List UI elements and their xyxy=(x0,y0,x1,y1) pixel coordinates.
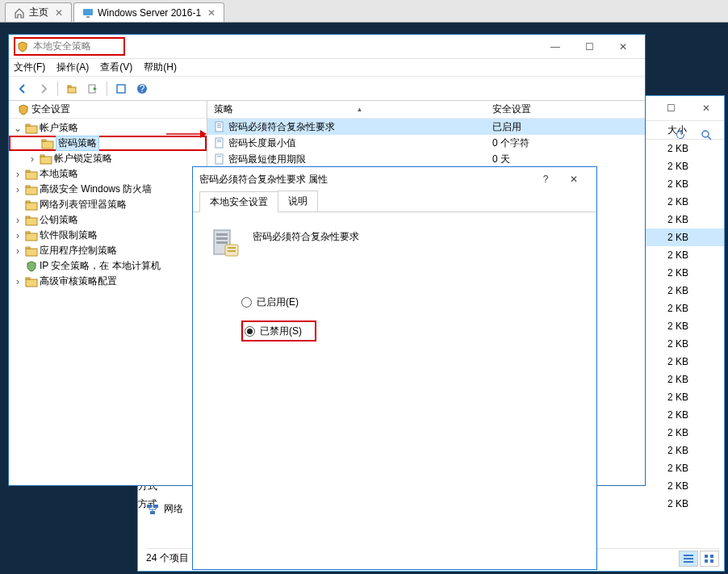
expand-icon[interactable]: › xyxy=(27,153,38,165)
svg-rect-53 xyxy=(216,241,228,244)
back-button[interactable] xyxy=(14,80,31,98)
menu-help[interactable]: 帮助(H) xyxy=(144,61,177,74)
menu-view[interactable]: 查看(V) xyxy=(100,61,132,74)
secpol-toolbar: ? xyxy=(9,77,645,101)
radio-enabled[interactable]: 已启用(E) xyxy=(241,291,579,312)
tree-pubkey[interactable]: › 公钥策略 xyxy=(9,212,207,228)
search-icon[interactable] xyxy=(695,125,718,145)
tree-label: 帐户策略 xyxy=(40,121,78,135)
export-button[interactable] xyxy=(84,80,102,98)
radio-disabled[interactable]: 已禁用(S) xyxy=(241,321,316,341)
svg-rect-6 xyxy=(684,558,693,559)
policy-icon xyxy=(214,121,225,132)
tree-account-policies[interactable]: ⌄ 帐户策略 xyxy=(9,120,207,136)
menu-action[interactable]: 操作(A) xyxy=(56,61,89,74)
column-policy[interactable]: 策略▲ xyxy=(207,103,486,116)
tree-softrestrict[interactable]: › 软件限制策略 xyxy=(9,228,207,243)
explorer-nav-network[interactable]: 网络 xyxy=(146,502,183,516)
policy-row[interactable]: 密码必须符合复杂性要求 已启用 xyxy=(207,119,645,135)
svg-text:?: ? xyxy=(140,83,145,94)
svg-rect-8 xyxy=(705,555,708,558)
column-setting[interactable]: 安全设置 xyxy=(486,103,531,116)
folder-icon xyxy=(25,169,38,180)
policy-row[interactable]: 密码长度最小值 0 个字符 xyxy=(207,135,645,151)
expand-icon[interactable]: › xyxy=(12,215,23,226)
tree-label: 软件限制策略 xyxy=(40,228,98,242)
expand-icon[interactable]: › xyxy=(12,169,23,180)
svg-rect-25 xyxy=(40,155,44,157)
svg-rect-7 xyxy=(684,561,693,563)
file-size: 2 KB xyxy=(663,321,724,332)
svg-rect-28 xyxy=(26,187,37,195)
svg-line-1 xyxy=(708,136,711,140)
folder-icon xyxy=(25,199,38,211)
dialog-tabs: 本地安全设置 说明 xyxy=(193,191,596,212)
tree-label: 密码策略 xyxy=(56,136,99,151)
tab-explain[interactable]: 说明 xyxy=(278,191,318,212)
svg-rect-20 xyxy=(26,126,37,133)
close-button[interactable]: ✕ xyxy=(558,174,590,185)
up-button[interactable] xyxy=(63,80,81,98)
maximize-button[interactable]: ☐ xyxy=(653,97,688,119)
help-button[interactable]: ? xyxy=(133,80,151,98)
svg-rect-23 xyxy=(42,140,46,141)
tree-ipsec[interactable]: IP 安全策略，在 本地计算机 xyxy=(9,258,207,274)
expand-icon[interactable]: › xyxy=(12,276,23,287)
refresh-button[interactable] xyxy=(112,80,130,98)
file-size: 2 KB xyxy=(663,178,724,190)
svg-rect-44 xyxy=(215,138,223,148)
secpol-title-highlight: 本地安全策略 xyxy=(14,37,125,56)
tree-label: 网络列表管理器策略 xyxy=(40,198,127,212)
expand-icon[interactable]: › xyxy=(12,245,23,257)
svg-rect-24 xyxy=(40,157,52,164)
tree-header[interactable]: 安全设置 xyxy=(9,101,207,119)
expand-icon[interactable]: › xyxy=(12,230,23,241)
close-button[interactable]: ✕ xyxy=(688,97,724,119)
shield-icon xyxy=(17,104,30,115)
tree-appctl[interactable]: › 应用程序控制策略 xyxy=(9,243,207,258)
home-icon xyxy=(14,7,25,19)
policy-name: 密码长度最小值 xyxy=(228,136,296,150)
close-button[interactable]: ✕ xyxy=(606,38,640,56)
tree-netlist[interactable]: 网络列表管理器策略 xyxy=(9,197,207,212)
tab-home[interactable]: 主页 ✕ xyxy=(5,2,72,22)
svg-rect-27 xyxy=(26,170,30,172)
tree-password-policy[interactable]: 密码策略 xyxy=(9,136,207,151)
svg-rect-52 xyxy=(216,237,228,240)
svg-rect-29 xyxy=(26,186,30,187)
tree-audit[interactable]: › 高级审核策略配置 xyxy=(9,274,207,289)
svg-rect-13 xyxy=(86,16,90,18)
menu-file[interactable]: 文件(F) xyxy=(14,61,45,74)
tab-close-icon[interactable]: ✕ xyxy=(55,7,63,19)
view-icons-button[interactable] xyxy=(700,551,719,567)
tab-local-security[interactable]: 本地安全设置 xyxy=(199,191,278,212)
expand-icon[interactable]: › xyxy=(12,184,23,195)
maximize-button[interactable]: ☐ xyxy=(572,38,606,56)
file-size: 2 KB xyxy=(663,427,724,438)
minimize-button[interactable]: — xyxy=(538,38,572,56)
forward-button[interactable] xyxy=(35,80,52,98)
folder-icon xyxy=(25,230,38,241)
file-size: 2 KB xyxy=(663,338,724,350)
policy-icon xyxy=(214,137,225,149)
svg-rect-22 xyxy=(42,141,53,149)
policy-row[interactable]: 密码最短使用期限 0 天 xyxy=(207,151,645,167)
refresh-icon[interactable] xyxy=(674,125,687,145)
file-size: 2 KB xyxy=(663,214,724,225)
tree-local-policies[interactable]: › 本地策略 xyxy=(9,166,207,182)
tree-label: 帐户锁定策略 xyxy=(54,152,112,165)
tab-home-label: 主页 xyxy=(29,6,48,19)
radio-icon xyxy=(245,326,255,337)
file-size: 2 KB xyxy=(663,463,724,474)
tree-firewall[interactable]: › 高级安全 Windows 防火墙 xyxy=(9,182,207,197)
tab-close-icon[interactable]: ✕ xyxy=(207,7,215,19)
tree-account-lockout[interactable]: › 帐户锁定策略 xyxy=(9,151,207,166)
file-size: 2 KB xyxy=(663,267,724,279)
tab-vm[interactable]: Windows Server 2016-1 ✕ xyxy=(73,2,224,22)
help-button[interactable]: ? xyxy=(533,174,558,185)
svg-rect-12 xyxy=(83,9,93,15)
view-details-button[interactable] xyxy=(679,551,698,567)
policy-value: 0 天 xyxy=(486,153,510,166)
radio-label: 已启用(E) xyxy=(257,295,299,309)
collapse-icon[interactable]: ⌄ xyxy=(12,123,23,134)
